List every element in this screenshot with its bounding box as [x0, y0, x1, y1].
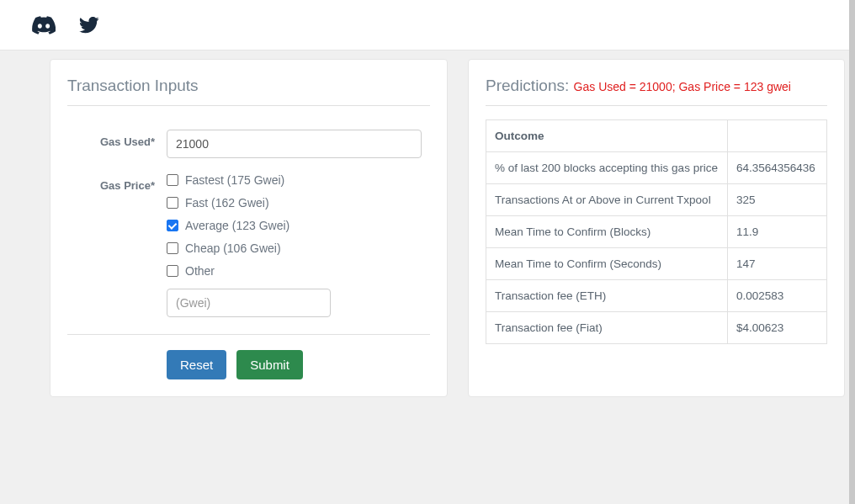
top-bar	[0, 0, 855, 50]
row-value: $4.00623	[728, 312, 827, 344]
row-value: 325	[728, 184, 827, 216]
submit-button[interactable]: Submit	[236, 350, 303, 379]
row-value: 64.3564356436	[728, 152, 827, 184]
scrollbar[interactable]	[849, 0, 855, 504]
outcome-header: Outcome	[486, 120, 728, 152]
option-other[interactable]: Other	[167, 264, 430, 278]
table-row: Mean Time to Confirm (Seconds) 147	[486, 248, 827, 280]
table-row: Transactions At or Above in Current Txpo…	[486, 184, 827, 216]
row-label: Transaction fee (ETH)	[486, 280, 728, 312]
twitter-icon[interactable]	[79, 17, 99, 34]
predictions-title-text: Predictions:	[486, 77, 569, 94]
gas-price-label: Gas Price*	[67, 173, 167, 317]
option-label: Average (123 Gwei)	[185, 219, 289, 232]
row-value: 0.002583	[728, 280, 827, 312]
option-label: Fast (162 Gwei)	[185, 196, 269, 210]
option-label: Fastest (175 Gwei)	[185, 173, 284, 187]
option-average[interactable]: Average (123 Gwei)	[167, 219, 430, 232]
checkbox-icon	[167, 174, 178, 186]
row-value: 11.9	[728, 216, 827, 248]
checkbox-icon	[167, 220, 178, 231]
checkbox-icon	[167, 197, 178, 209]
discord-icon[interactable]	[32, 16, 56, 34]
row-label: Mean Time to Confirm (Blocks)	[486, 216, 728, 248]
predictions-subtitle: Gas Used = 21000; Gas Price = 123 gwei	[574, 80, 791, 93]
table-row: Transaction fee (Fiat) $4.00623	[486, 312, 827, 344]
checkbox-icon	[167, 242, 178, 254]
option-fastest[interactable]: Fastest (175 Gwei)	[167, 173, 430, 187]
gas-price-options: Fastest (175 Gwei) Fast (162 Gwei) Avera…	[167, 173, 430, 317]
other-gwei-input[interactable]	[167, 289, 331, 317]
checkbox-icon	[167, 265, 178, 277]
option-fast[interactable]: Fast (162 Gwei)	[167, 196, 430, 210]
table-row: Transaction fee (ETH) 0.002583	[486, 280, 827, 312]
option-label: Other	[185, 264, 215, 278]
gas-used-label: Gas Used*	[67, 130, 167, 158]
inputs-title: Transaction Inputs	[67, 77, 430, 95]
row-label: Mean Time to Confirm (Seconds)	[486, 248, 728, 280]
divider	[67, 105, 430, 106]
row-label: % of last 200 blocks accepting this gas …	[486, 152, 728, 184]
value-header	[728, 120, 827, 152]
table-row: Mean Time to Confirm (Blocks) 11.9	[486, 216, 827, 248]
reset-button[interactable]: Reset	[167, 350, 226, 379]
predictions-table: Outcome % of last 200 blocks accepting t…	[486, 119, 827, 344]
option-cheap[interactable]: Cheap (106 Gwei)	[167, 241, 430, 255]
gas-used-input[interactable]	[167, 130, 422, 158]
predictions-card: Predictions: Gas Used = 21000; Gas Price…	[468, 59, 845, 397]
predictions-title: Predictions: Gas Used = 21000; Gas Price…	[486, 77, 827, 95]
option-label: Cheap (106 Gwei)	[185, 241, 281, 255]
row-label: Transaction fee (Fiat)	[486, 312, 728, 344]
table-row: % of last 200 blocks accepting this gas …	[486, 152, 827, 184]
divider	[486, 105, 827, 106]
row-value: 147	[728, 248, 827, 280]
transaction-inputs-card: Transaction Inputs Gas Used* Gas Price* …	[50, 59, 448, 397]
row-label: Transactions At or Above in Current Txpo…	[486, 184, 728, 216]
